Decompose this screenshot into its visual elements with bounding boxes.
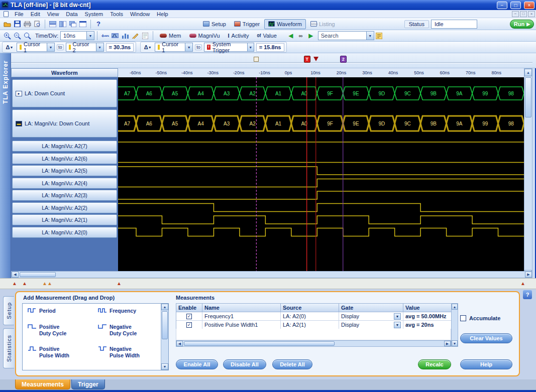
tab-measurements[interactable]: Measurements <box>15 379 70 389</box>
palette-item-negative-pulse-width[interactable]: Negative Pulse Width <box>98 346 140 359</box>
palette-item-negative-duty-cycle[interactable]: Negative Duty Cycle <box>98 324 137 337</box>
row-label-a2-3[interactable]: LA: MagniVu: A2(3) <box>12 190 117 201</box>
palette-item-positive-duty-cycle[interactable]: Positive Duty Cycle <box>28 324 66 337</box>
scroll-up-icon[interactable]: ▲ <box>161 304 168 310</box>
accumulate-checkbox[interactable] <box>460 315 466 321</box>
palette-item-frequency[interactable]: Frequency <box>98 308 136 314</box>
time-ruler[interactable] <box>0 53 536 68</box>
cursor-marker[interactable]: ▲ <box>12 281 17 286</box>
palette-item-period[interactable]: Period <box>28 308 56 314</box>
close-button[interactable]: × <box>524 2 534 9</box>
source-cell[interactable]: LA: A2(0) <box>281 312 339 321</box>
row-label-a2-7[interactable]: LA: MagniVu: A2(7) <box>12 141 117 152</box>
magnivu-trigger-flag[interactable] <box>313 57 318 61</box>
scroll-down-icon[interactable]: ▼ <box>452 340 458 346</box>
maximize-button[interactable]: □ <box>510 2 521 9</box>
tab-trigger[interactable]: Trigger <box>71 379 105 389</box>
delete-all-button[interactable]: Delete All <box>272 359 312 369</box>
activity-button[interactable]: IActivity <box>225 31 253 41</box>
chevron-down-icon[interactable]: ▼ <box>86 32 94 40</box>
row-label-a2-0[interactable]: LA: MagniVu: A2(0) <box>12 227 117 238</box>
recalc-button[interactable]: Recalc <box>418 359 451 369</box>
value-button[interactable]: 0fValue <box>253 31 280 41</box>
panel-help-icon[interactable]: ? <box>523 290 532 299</box>
horizontal-scroll-thumb[interactable] <box>20 272 56 277</box>
delta-time-icon[interactable]: Δ▼ <box>143 43 152 52</box>
palette-scrollbar[interactable]: ▲ ▼ <box>161 304 168 370</box>
magnivu-button[interactable]: MagniVu <box>186 31 224 41</box>
view-trigger-button[interactable]: Trigger <box>231 19 263 29</box>
search-options-icon[interactable]: ∞ <box>296 31 305 40</box>
row-label-magnivu-down-count[interactable]: ▬LA: MagniVu: Down Count <box>12 109 117 138</box>
scroll-left-icon[interactable]: ◀ <box>176 341 183 346</box>
enable-checkbox[interactable]: ✓ <box>186 322 192 328</box>
horizontal-scrollbar[interactable]: ◀ ▶ <box>11 271 532 278</box>
zoom-out-icon[interactable] <box>13 31 22 40</box>
mem-button[interactable]: Mem <box>156 31 184 41</box>
mdi-restore-button[interactable]: □ <box>520 11 527 17</box>
search-next-icon[interactable]: ▶ <box>306 31 315 40</box>
tile-horizontal-icon[interactable] <box>48 20 57 29</box>
enable-checkbox[interactable]: ✓ <box>186 314 192 319</box>
row-label-a2-2[interactable]: LA: MagniVu: A2(2) <box>12 202 117 213</box>
waveform-column-header[interactable]: Waveform <box>11 68 118 77</box>
cursor-marker[interactable]: ▲ <box>117 281 122 286</box>
scroll-up-icon[interactable]: ▲ <box>524 69 532 76</box>
view-setup-button[interactable]: Setup <box>199 19 230 29</box>
row-label-a2-4[interactable]: LA: MagniVu: A2(4) <box>12 178 117 189</box>
menu-data[interactable]: Data <box>62 11 81 18</box>
menu-file[interactable]: File <box>11 11 27 18</box>
save-icon[interactable] <box>13 20 22 29</box>
col-header-source[interactable]: Source <box>281 304 339 312</box>
new-window-icon[interactable] <box>78 20 87 29</box>
tla-explorer-tab[interactable]: TLA Explorer <box>0 53 11 289</box>
gate-dropdown-icon[interactable]: ▼ <box>394 322 401 328</box>
menu-help[interactable]: Help <box>153 11 172 18</box>
scroll-right-icon[interactable]: ▶ <box>525 272 532 278</box>
view-listing-button[interactable]: 1010Listing <box>307 19 339 29</box>
timediv-combo[interactable]: 10ns▼ <box>60 31 94 40</box>
vertical-scrollbar[interactable]: ▲ ▼ <box>524 68 532 278</box>
drawing-tool-icon[interactable] <box>131 31 140 40</box>
name-cell[interactable]: Frequency1 <box>202 312 281 321</box>
help-button[interactable]: Help <box>460 359 512 369</box>
notes-icon[interactable] <box>375 31 384 40</box>
print-preview-icon[interactable] <box>33 20 42 29</box>
bus-expand-icon[interactable]: ▸ <box>16 91 22 96</box>
help-icon[interactable]: ? <box>94 20 103 29</box>
tab-statistics[interactable]: Statistics <box>3 328 14 368</box>
col-header-name[interactable]: Name <box>202 304 281 312</box>
row-label-down-count[interactable]: ▸LA: Down Count <box>12 79 117 107</box>
source-cell[interactable]: LA: A2(1) <box>281 321 339 329</box>
cursor-marker[interactable]: ▲ <box>520 281 525 286</box>
chevron-down-icon[interactable]: ▼ <box>366 32 374 40</box>
cursor-marker[interactable]: ▲ <box>22 281 27 286</box>
view-waveform-button[interactable]: Waveform <box>264 19 306 29</box>
palette-scroll-thumb[interactable] <box>162 311 168 339</box>
cascade-windows-icon[interactable] <box>68 20 77 29</box>
print-icon[interactable] <box>23 20 32 29</box>
col-header-gate[interactable]: Gate <box>339 304 403 312</box>
run-button[interactable]: Run▶ <box>510 20 534 29</box>
disable-all-button[interactable]: Disable All <box>223 359 266 369</box>
scroll-right-icon[interactable]: ▶ <box>444 341 451 346</box>
properties-icon[interactable] <box>141 31 150 40</box>
row-label-a2-6[interactable]: LA: MagniVu: A2(6) <box>12 153 117 164</box>
mdi-minimize-button[interactable]: − <box>512 11 519 17</box>
table-vertical-scrollbar[interactable]: ▲ ▼ <box>451 303 458 347</box>
cursor1-combo[interactable]: Cursor 1▼ <box>17 43 55 52</box>
scroll-up-icon[interactable]: ▲ <box>452 304 458 310</box>
menu-window[interactable]: Window <box>127 11 153 18</box>
table-horizontal-scrollbar[interactable]: ◀ ▶ <box>176 340 451 347</box>
row-label-a2-1[interactable]: LA: MagniVu: A2(1) <box>12 214 117 225</box>
table-scroll-thumb[interactable] <box>184 341 335 346</box>
scroll-down-icon[interactable]: ▼ <box>161 363 168 370</box>
vertical-scroll-thumb[interactable] <box>525 77 531 117</box>
menu-view[interactable]: View <box>44 11 63 18</box>
search-prev-icon[interactable]: ◀ <box>286 31 295 40</box>
menu-tools[interactable]: Tools <box>106 11 127 18</box>
col-header-value[interactable]: Value <box>403 304 452 312</box>
menu-edit[interactable]: Edit <box>27 11 44 18</box>
clear-values-button[interactable]: Clear Values <box>460 333 512 343</box>
tab-setup[interactable]: Setup <box>3 296 14 325</box>
